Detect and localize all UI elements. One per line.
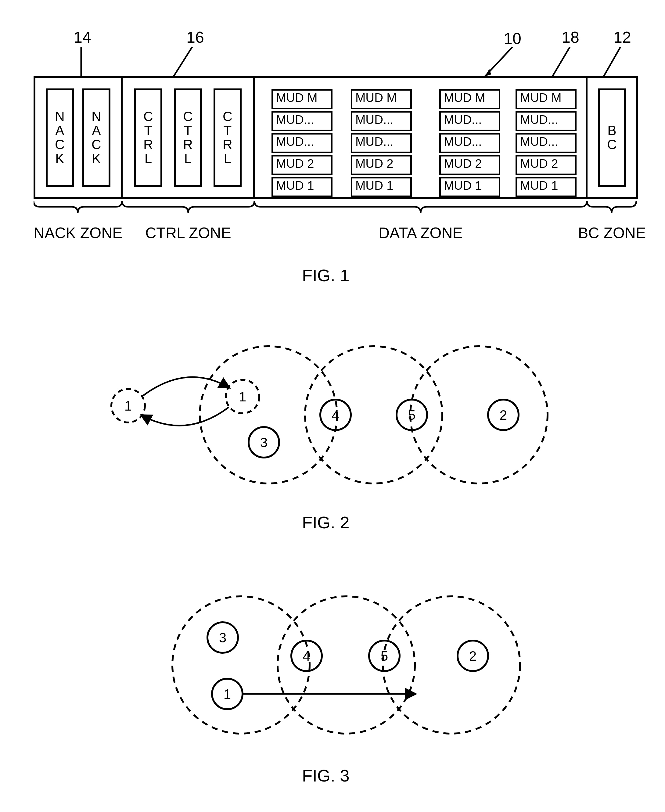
mud-cell: MUD...	[439, 111, 500, 131]
svg-line-5	[603, 47, 621, 77]
fig2-node-4: 4	[332, 408, 339, 422]
zone-label-data: DATA ZONE	[254, 224, 587, 242]
nack-slot-1-label: NACK	[55, 110, 65, 166]
mud-cell: MUD M	[351, 89, 412, 109]
mud-col-4: MUD M MUD... MUD... MUD 2 MUD 1	[516, 89, 577, 199]
bc-slot: BC	[598, 88, 626, 187]
mud-cell: MUD 2	[439, 155, 500, 175]
mud-cell: MUD...	[272, 133, 332, 153]
ctrl-slot-1-label: CTRL	[143, 110, 153, 166]
fig2-node-1-left: 1	[124, 398, 132, 413]
mud-col-2: MUD M MUD... MUD... MUD 2 MUD 1	[351, 89, 412, 199]
bc-slot-label: BC	[607, 124, 617, 152]
mud-cell: MUD...	[272, 111, 332, 131]
fig2-node-5: 5	[408, 408, 416, 422]
svg-line-1	[173, 47, 192, 77]
mud-cell: MUD 2	[516, 155, 577, 175]
mud-cell: MUD...	[439, 133, 500, 153]
nack-slot-1: NACK	[46, 88, 74, 187]
mud-cell: MUD M	[439, 89, 500, 109]
svg-line-4	[552, 47, 570, 77]
ctrl-slot-3: CTRL	[213, 88, 242, 187]
svg-point-17	[383, 596, 520, 733]
mud-cell: MUD 2	[351, 155, 412, 175]
ctrl-slot-3-label: CTRL	[223, 110, 233, 166]
zone-label-nack: NACK ZONE	[34, 224, 122, 242]
svg-point-16	[278, 596, 415, 733]
mud-cell: MUD 2	[272, 155, 332, 175]
zone-label-ctrl: CTRL ZONE	[122, 224, 254, 242]
ctrl-slot-1: CTRL	[134, 88, 162, 187]
mud-cell: MUD 1	[351, 177, 412, 197]
fig3-svg: 3 1 4 5 2	[162, 586, 528, 744]
fig2-node-3: 3	[260, 435, 267, 450]
ctrl-slot-2: CTRL	[174, 88, 202, 187]
mud-col-1: MUD M MUD... MUD... MUD 2 MUD 1	[272, 89, 332, 199]
fig2-caption: FIG. 2	[302, 512, 350, 532]
nack-slot-2: NACK	[82, 88, 110, 187]
svg-point-7	[305, 346, 442, 483]
fig3-node-2: 2	[469, 648, 477, 663]
mud-cell: MUD...	[516, 133, 577, 153]
fig2-node-2: 2	[500, 408, 507, 422]
svg-point-8	[410, 346, 547, 483]
mud-cell: MUD M	[272, 89, 332, 109]
fig2-node-1-right: 1	[239, 389, 246, 404]
divider-nack-ctrl	[121, 76, 123, 197]
fig3-node-1: 1	[224, 687, 231, 702]
mud-cell: MUD...	[351, 133, 412, 153]
fig3-caption: FIG. 3	[302, 766, 350, 786]
fig3-node-5: 5	[381, 648, 388, 663]
mud-cell: MUD 1	[272, 177, 332, 197]
fig1-caption: FIG. 1	[302, 265, 350, 285]
ctrl-slot-2-label: CTRL	[183, 110, 193, 166]
fig2-svg: 1 1 3 4 5 2	[95, 336, 570, 494]
divider-ctrl-data	[253, 76, 255, 197]
svg-point-6	[200, 346, 337, 483]
zone-braces	[34, 198, 637, 223]
mud-cell: MUD...	[516, 111, 577, 131]
mud-cell: MUD 1	[439, 177, 500, 197]
mud-col-3: MUD M MUD... MUD... MUD 2 MUD 1	[439, 89, 500, 199]
divider-data-bc	[586, 76, 588, 197]
nack-slot-2-label: NACK	[92, 110, 101, 166]
svg-point-15	[172, 596, 310, 733]
mud-cell: MUD M	[516, 89, 577, 109]
fig3-node-4: 4	[303, 648, 310, 663]
fig3-node-3: 3	[219, 630, 226, 645]
zone-label-bc: BC ZONE	[578, 224, 645, 242]
mud-cell: MUD...	[351, 111, 412, 131]
mud-cell: MUD 1	[516, 177, 577, 197]
